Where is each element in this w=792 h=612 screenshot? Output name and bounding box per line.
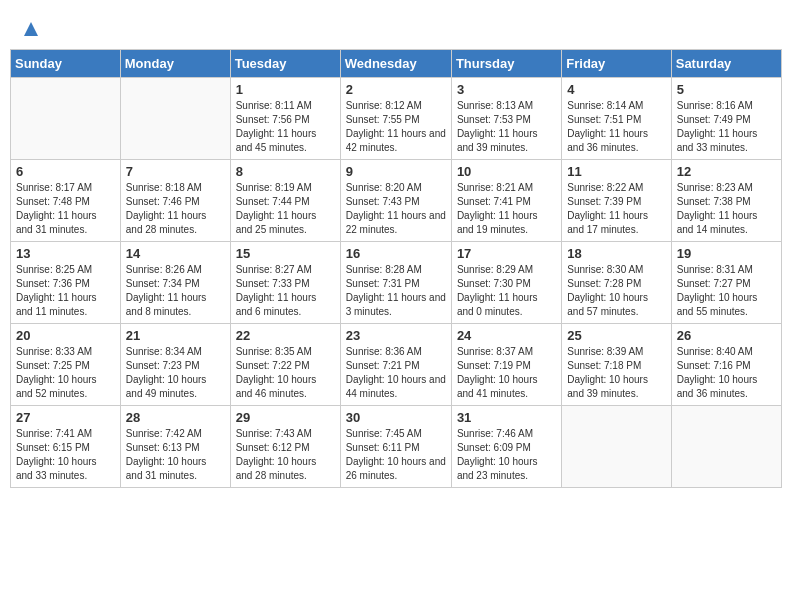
day-cell: 5Sunrise: 8:16 AM Sunset: 7:49 PM Daylig… [671,78,781,160]
day-cell: 14Sunrise: 8:26 AM Sunset: 7:34 PM Dayli… [120,242,230,324]
day-info: Sunrise: 8:23 AM Sunset: 7:38 PM Dayligh… [677,181,776,237]
day-cell: 18Sunrise: 8:30 AM Sunset: 7:28 PM Dayli… [562,242,671,324]
day-cell: 27Sunrise: 7:41 AM Sunset: 6:15 PM Dayli… [11,406,121,488]
day-number: 7 [126,164,225,179]
day-cell: 9Sunrise: 8:20 AM Sunset: 7:43 PM Daylig… [340,160,451,242]
day-cell: 4Sunrise: 8:14 AM Sunset: 7:51 PM Daylig… [562,78,671,160]
day-number: 31 [457,410,556,425]
week-row-4: 20Sunrise: 8:33 AM Sunset: 7:25 PM Dayli… [11,324,782,406]
page-header [10,10,782,41]
day-info: Sunrise: 8:16 AM Sunset: 7:49 PM Dayligh… [677,99,776,155]
day-info: Sunrise: 8:30 AM Sunset: 7:28 PM Dayligh… [567,263,665,319]
week-row-1: 1Sunrise: 8:11 AM Sunset: 7:56 PM Daylig… [11,78,782,160]
day-cell [671,406,781,488]
day-cell: 10Sunrise: 8:21 AM Sunset: 7:41 PM Dayli… [451,160,561,242]
day-info: Sunrise: 8:40 AM Sunset: 7:16 PM Dayligh… [677,345,776,401]
day-info: Sunrise: 8:27 AM Sunset: 7:33 PM Dayligh… [236,263,335,319]
day-cell: 17Sunrise: 8:29 AM Sunset: 7:30 PM Dayli… [451,242,561,324]
day-info: Sunrise: 7:41 AM Sunset: 6:15 PM Dayligh… [16,427,115,483]
day-cell: 21Sunrise: 8:34 AM Sunset: 7:23 PM Dayli… [120,324,230,406]
day-info: Sunrise: 8:36 AM Sunset: 7:21 PM Dayligh… [346,345,446,401]
day-cell: 15Sunrise: 8:27 AM Sunset: 7:33 PM Dayli… [230,242,340,324]
day-number: 16 [346,246,446,261]
weekday-header-row: SundayMondayTuesdayWednesdayThursdayFrid… [11,50,782,78]
day-info: Sunrise: 8:22 AM Sunset: 7:39 PM Dayligh… [567,181,665,237]
day-cell: 19Sunrise: 8:31 AM Sunset: 7:27 PM Dayli… [671,242,781,324]
day-number: 29 [236,410,335,425]
weekday-header-friday: Friday [562,50,671,78]
day-cell: 7Sunrise: 8:18 AM Sunset: 7:46 PM Daylig… [120,160,230,242]
day-cell: 6Sunrise: 8:17 AM Sunset: 7:48 PM Daylig… [11,160,121,242]
day-number: 18 [567,246,665,261]
day-cell: 16Sunrise: 8:28 AM Sunset: 7:31 PM Dayli… [340,242,451,324]
day-info: Sunrise: 8:26 AM Sunset: 7:34 PM Dayligh… [126,263,225,319]
day-number: 8 [236,164,335,179]
day-info: Sunrise: 7:45 AM Sunset: 6:11 PM Dayligh… [346,427,446,483]
day-number: 9 [346,164,446,179]
day-info: Sunrise: 7:42 AM Sunset: 6:13 PM Dayligh… [126,427,225,483]
day-info: Sunrise: 8:35 AM Sunset: 7:22 PM Dayligh… [236,345,335,401]
day-info: Sunrise: 8:13 AM Sunset: 7:53 PM Dayligh… [457,99,556,155]
week-row-2: 6Sunrise: 8:17 AM Sunset: 7:48 PM Daylig… [11,160,782,242]
day-number: 17 [457,246,556,261]
day-cell: 22Sunrise: 8:35 AM Sunset: 7:22 PM Dayli… [230,324,340,406]
day-number: 26 [677,328,776,343]
day-number: 11 [567,164,665,179]
day-number: 2 [346,82,446,97]
day-number: 25 [567,328,665,343]
day-number: 5 [677,82,776,97]
day-number: 6 [16,164,115,179]
day-info: Sunrise: 8:34 AM Sunset: 7:23 PM Dayligh… [126,345,225,401]
day-info: Sunrise: 7:46 AM Sunset: 6:09 PM Dayligh… [457,427,556,483]
day-cell: 11Sunrise: 8:22 AM Sunset: 7:39 PM Dayli… [562,160,671,242]
day-cell: 12Sunrise: 8:23 AM Sunset: 7:38 PM Dayli… [671,160,781,242]
day-info: Sunrise: 8:18 AM Sunset: 7:46 PM Dayligh… [126,181,225,237]
day-info: Sunrise: 8:20 AM Sunset: 7:43 PM Dayligh… [346,181,446,237]
day-cell: 28Sunrise: 7:42 AM Sunset: 6:13 PM Dayli… [120,406,230,488]
logo-icon [22,20,40,38]
day-cell: 24Sunrise: 8:37 AM Sunset: 7:19 PM Dayli… [451,324,561,406]
day-cell: 23Sunrise: 8:36 AM Sunset: 7:21 PM Dayli… [340,324,451,406]
day-number: 12 [677,164,776,179]
day-cell [562,406,671,488]
day-number: 28 [126,410,225,425]
day-info: Sunrise: 8:14 AM Sunset: 7:51 PM Dayligh… [567,99,665,155]
day-number: 23 [346,328,446,343]
day-cell [120,78,230,160]
day-number: 15 [236,246,335,261]
day-info: Sunrise: 8:39 AM Sunset: 7:18 PM Dayligh… [567,345,665,401]
logo [20,20,40,36]
day-cell [11,78,121,160]
day-info: Sunrise: 8:19 AM Sunset: 7:44 PM Dayligh… [236,181,335,237]
day-number: 10 [457,164,556,179]
day-cell: 29Sunrise: 7:43 AM Sunset: 6:12 PM Dayli… [230,406,340,488]
day-number: 21 [126,328,225,343]
day-cell: 31Sunrise: 7:46 AM Sunset: 6:09 PM Dayli… [451,406,561,488]
day-cell: 3Sunrise: 8:13 AM Sunset: 7:53 PM Daylig… [451,78,561,160]
day-info: Sunrise: 8:31 AM Sunset: 7:27 PM Dayligh… [677,263,776,319]
day-info: Sunrise: 8:33 AM Sunset: 7:25 PM Dayligh… [16,345,115,401]
day-cell: 8Sunrise: 8:19 AM Sunset: 7:44 PM Daylig… [230,160,340,242]
svg-marker-0 [24,22,38,36]
week-row-5: 27Sunrise: 7:41 AM Sunset: 6:15 PM Dayli… [11,406,782,488]
day-number: 13 [16,246,115,261]
day-number: 4 [567,82,665,97]
day-info: Sunrise: 8:11 AM Sunset: 7:56 PM Dayligh… [236,99,335,155]
day-info: Sunrise: 8:29 AM Sunset: 7:30 PM Dayligh… [457,263,556,319]
day-cell: 25Sunrise: 8:39 AM Sunset: 7:18 PM Dayli… [562,324,671,406]
day-info: Sunrise: 7:43 AM Sunset: 6:12 PM Dayligh… [236,427,335,483]
day-cell: 1Sunrise: 8:11 AM Sunset: 7:56 PM Daylig… [230,78,340,160]
day-info: Sunrise: 8:37 AM Sunset: 7:19 PM Dayligh… [457,345,556,401]
day-info: Sunrise: 8:21 AM Sunset: 7:41 PM Dayligh… [457,181,556,237]
day-number: 27 [16,410,115,425]
day-number: 24 [457,328,556,343]
calendar-table: SundayMondayTuesdayWednesdayThursdayFrid… [10,49,782,488]
weekday-header-thursday: Thursday [451,50,561,78]
weekday-header-monday: Monday [120,50,230,78]
week-row-3: 13Sunrise: 8:25 AM Sunset: 7:36 PM Dayli… [11,242,782,324]
day-info: Sunrise: 8:12 AM Sunset: 7:55 PM Dayligh… [346,99,446,155]
day-cell: 26Sunrise: 8:40 AM Sunset: 7:16 PM Dayli… [671,324,781,406]
weekday-header-tuesday: Tuesday [230,50,340,78]
day-cell: 2Sunrise: 8:12 AM Sunset: 7:55 PM Daylig… [340,78,451,160]
day-info: Sunrise: 8:28 AM Sunset: 7:31 PM Dayligh… [346,263,446,319]
